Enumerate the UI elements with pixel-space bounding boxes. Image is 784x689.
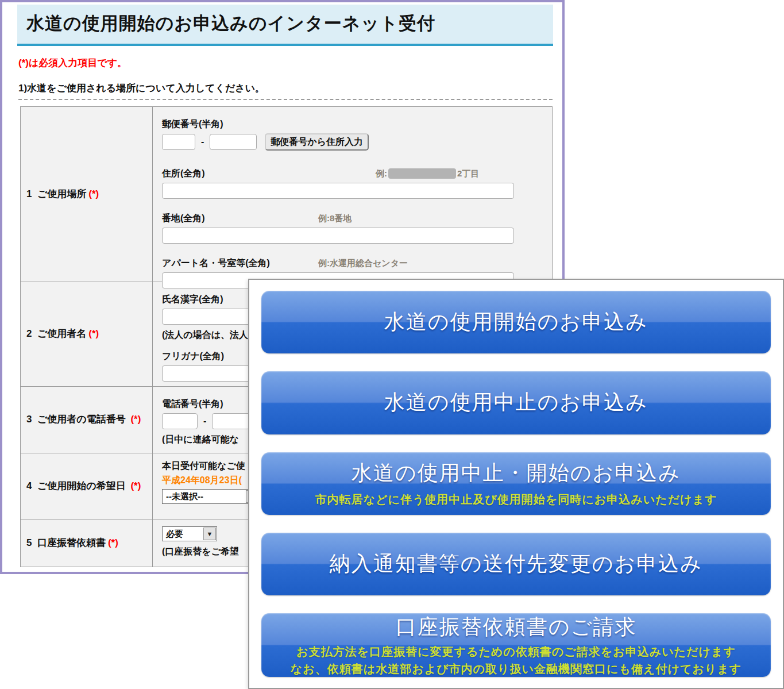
furigana-label: フリガナ(全角) (162, 351, 224, 361)
banchi-label-line: 番地(全角) 例:8番地 (162, 213, 543, 225)
postal-code-input-2[interactable] (210, 134, 257, 150)
required-mark: (*) (108, 536, 118, 551)
row-number: 1 (26, 187, 32, 202)
postal-code-label: 郵便番号(半角) (162, 119, 223, 129)
button-subtitle: 市内転居などに伴う使用中止及び使用開始を同時にお申込みいただけます (315, 492, 717, 507)
date-select[interactable]: --未選択-- ▼ (162, 489, 260, 504)
address-example-suffix: 2丁目 (457, 168, 479, 178)
phone-separator-1: - (203, 416, 206, 426)
name-kanji-label: 氏名漢字(全角) (162, 294, 223, 304)
row-label-usage-location: 1 ご使用場所 (*) (21, 107, 153, 282)
row-number: 5 (26, 536, 32, 551)
need-select-value: 必要 (163, 529, 203, 540)
row-number: 2 (26, 327, 32, 341)
row-label-text: ご使用場所 (37, 187, 86, 202)
phone-input-1[interactable] (162, 413, 198, 429)
need-select[interactable]: 必要 ▼ (162, 526, 217, 541)
button-label: 水道の使用開始のお申込み (384, 308, 648, 336)
chevron-down-icon[interactable]: ▼ (203, 528, 216, 540)
table-row-usage-location: 1 ご使用場所 (*) 郵便番号(半角) - 郵便番号から住所入力 住所(全角) (21, 107, 552, 282)
postal-code-input-1[interactable] (162, 134, 195, 150)
required-mark: (*) (130, 480, 141, 491)
banchi-example: 例:8番地 (318, 213, 352, 224)
address-label-line: 住所(全角) 例:2丁目 (162, 168, 543, 180)
row-label-text: ご使用者名 (37, 327, 86, 341)
row-label-text: 口座振替依頼書 (37, 536, 106, 551)
required-mark: (*) (130, 414, 141, 425)
button-subtitle: お支払方法を口座振替に変更するための依頼書のご請求をお申込みいただけます (296, 644, 736, 660)
address-label: 住所(全角) (162, 168, 205, 178)
row-label-text: 4 ご使用開始の希望日 (*) (26, 479, 141, 494)
banchi-input[interactable] (162, 228, 514, 244)
date-select-value: --未選択-- (163, 491, 245, 502)
postal-to-address-button[interactable]: 郵便番号から住所入力 (265, 133, 369, 151)
request-bank-transfer-form-button[interactable]: 口座振替依頼書のご請求 お支払方法を口座振替に変更するための依頼書のご請求をお申… (261, 613, 771, 677)
row-label-text: 3 ご使用者の電話番号 (*) (26, 413, 141, 427)
banchi-label: 番地(全角) (162, 213, 205, 223)
apartment-label: アパート名・号室等(全角) (162, 258, 270, 268)
phone-input-2[interactable] (212, 413, 250, 429)
row-label-bank-transfer: 5 口座振替依頼書 (*) (21, 519, 153, 567)
application-menu-panel: 水道の使用開始のお申込み 水道の使用中止のお申込み 水道の使用中止・開始のお申込… (248, 279, 784, 689)
button-subtitle-2: なお、依頼書は水道部および市内の取り扱い金融機関窓口にも備え付けております (291, 661, 741, 677)
row-label-user-name: 2 ご使用者名 (*) (21, 282, 153, 386)
required-mark: (*) (88, 327, 99, 341)
apartment-label-line: アパート名・号室等(全角) 例:水運用総合センター (162, 257, 543, 270)
button-label: 口座振替依頼書のご請求 (396, 613, 637, 641)
postal-code-row: - 郵便番号から住所入力 (162, 133, 543, 151)
row-label-start-date: 4 ご使用開始の希望日 (*) (21, 453, 153, 519)
apartment-example: 例:水運用総合センター (318, 258, 408, 269)
address-input[interactable] (162, 183, 514, 199)
phone-label: 電話番号(半角) (162, 399, 223, 409)
redacted-text-block (388, 168, 456, 179)
address-example-prefix: 例: (376, 168, 387, 178)
dashed-separator (18, 99, 553, 100)
page-title: 水道の使用開始のお申込みのインターネット受付 (17, 5, 553, 46)
required-note: (*)は必須入力項目です。 (18, 56, 127, 70)
change-notice-address-button[interactable]: 納入通知書等の送付先変更のお申込み (261, 533, 771, 595)
stop-and-start-service-button[interactable]: 水道の使用中止・開始のお申込み 市内転居などに伴う使用中止及び使用開始を同時にお… (261, 452, 771, 515)
stop-service-button[interactable]: 水道の使用中止のお申込み (261, 371, 771, 434)
button-label: 納入通知書等の送付先変更のお申込み (330, 550, 702, 578)
postal-code-separator: - (201, 137, 204, 147)
required-mark: (*) (88, 187, 99, 202)
postal-code-label-line: 郵便番号(半角) (162, 118, 543, 131)
button-label: 水道の使用中止のお申込み (384, 388, 648, 417)
start-service-button[interactable]: 水道の使用開始のお申込み (261, 291, 771, 353)
section-heading: 1)水道をご使用される場所について入力してください。 (18, 82, 265, 95)
cell-usage-location: 郵便番号(半角) - 郵便番号から住所入力 住所(全角) 例:2丁目 (153, 107, 552, 282)
address-example: 例:2丁目 (376, 168, 479, 179)
button-label: 水道の使用中止・開始のお申込み (352, 459, 681, 487)
screenshot-root: 水道の使用開始のお申込みのインターネット受付 (*)は必須入力項目です。 1)水… (0, 0, 784, 689)
row-label-phone: 3 ご使用者の電話番号 (*) (21, 387, 153, 453)
